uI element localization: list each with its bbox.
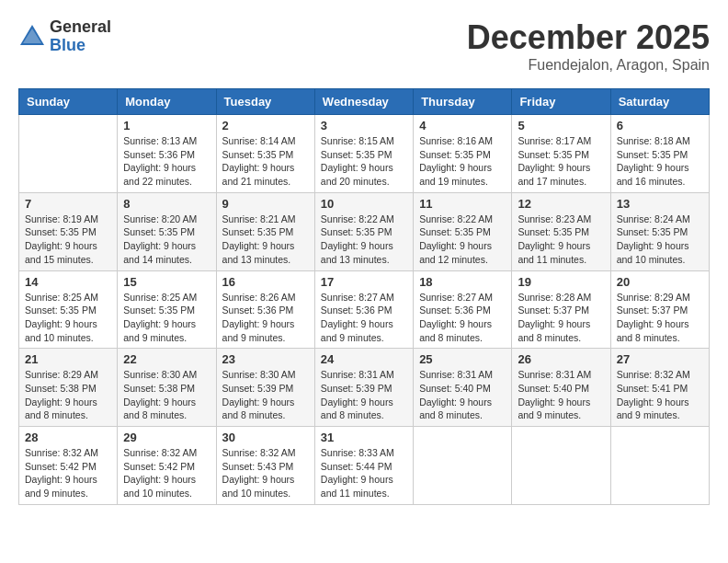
- weekday-header: Monday: [118, 89, 216, 115]
- day-number: 14: [25, 275, 111, 289]
- day-number: 6: [617, 119, 703, 132]
- day-info: Sunrise: 8:27 AM Sunset: 5:36 PM Dayligh…: [321, 291, 407, 345]
- title-block: December 2025 Fuendejalon, Aragon, Spain: [467, 18, 710, 74]
- calendar-cell: 1Sunrise: 8:13 AM Sunset: 5:36 PM Daylig…: [118, 115, 216, 193]
- day-info: Sunrise: 8:27 AM Sunset: 5:36 PM Dayligh…: [419, 291, 506, 345]
- day-number: 18: [419, 275, 506, 289]
- day-info: Sunrise: 8:22 AM Sunset: 5:35 PM Dayligh…: [321, 213, 407, 267]
- day-number: 2: [222, 119, 309, 132]
- day-number: 16: [222, 275, 309, 289]
- calendar-cell: 9Sunrise: 8:21 AM Sunset: 5:35 PM Daylig…: [216, 192, 314, 270]
- day-number: 26: [518, 352, 604, 366]
- calendar-cell: 17Sunrise: 8:27 AM Sunset: 5:36 PM Dayli…: [314, 270, 413, 349]
- day-info: Sunrise: 8:32 AM Sunset: 5:43 PM Dayligh…: [222, 446, 309, 500]
- day-number: 11: [419, 197, 506, 211]
- day-number: 25: [419, 352, 506, 366]
- day-info: Sunrise: 8:21 AM Sunset: 5:35 PM Dayligh…: [222, 213, 309, 267]
- day-number: 20: [617, 275, 703, 289]
- calendar-cell: 19Sunrise: 8:28 AM Sunset: 5:37 PM Dayli…: [512, 270, 610, 349]
- calendar-cell: 7Sunrise: 8:19 AM Sunset: 5:35 PM Daylig…: [19, 192, 118, 270]
- day-info: Sunrise: 8:18 AM Sunset: 5:35 PM Dayligh…: [617, 134, 703, 189]
- day-info: Sunrise: 8:15 AM Sunset: 5:35 PM Dayligh…: [321, 134, 407, 189]
- calendar-cell: 14Sunrise: 8:25 AM Sunset: 5:35 PM Dayli…: [19, 270, 118, 349]
- day-info: Sunrise: 8:24 AM Sunset: 5:35 PM Dayligh…: [617, 213, 703, 267]
- logo-blue: Blue: [50, 37, 111, 55]
- day-info: Sunrise: 8:17 AM Sunset: 5:35 PM Dayligh…: [518, 134, 604, 189]
- day-info: Sunrise: 8:19 AM Sunset: 5:35 PM Dayligh…: [25, 213, 111, 267]
- day-info: Sunrise: 8:28 AM Sunset: 5:37 PM Dayligh…: [518, 291, 604, 345]
- day-number: 3: [321, 119, 407, 132]
- calendar-table: SundayMondayTuesdayWednesdayThursdayFrid…: [18, 88, 710, 505]
- day-number: 23: [222, 352, 309, 366]
- calendar-cell: 18Sunrise: 8:27 AM Sunset: 5:36 PM Dayli…: [414, 270, 512, 349]
- calendar-week-row: 14Sunrise: 8:25 AM Sunset: 5:35 PM Dayli…: [19, 270, 710, 349]
- day-info: Sunrise: 8:14 AM Sunset: 5:35 PM Dayligh…: [222, 134, 309, 189]
- calendar-cell: 28Sunrise: 8:32 AM Sunset: 5:42 PM Dayli…: [19, 427, 118, 505]
- calendar-cell: 6Sunrise: 8:18 AM Sunset: 5:35 PM Daylig…: [610, 115, 709, 193]
- logo-text: General Blue: [50, 18, 111, 55]
- day-number: 19: [518, 275, 604, 289]
- day-info: Sunrise: 8:30 AM Sunset: 5:38 PM Dayligh…: [123, 368, 210, 422]
- calendar-cell: 12Sunrise: 8:23 AM Sunset: 5:35 PM Dayli…: [512, 192, 610, 270]
- calendar-cell: 23Sunrise: 8:30 AM Sunset: 5:39 PM Dayli…: [216, 349, 314, 427]
- calendar-cell: [414, 427, 512, 505]
- day-number: 5: [518, 119, 604, 132]
- day-number: 22: [123, 352, 210, 366]
- day-info: Sunrise: 8:31 AM Sunset: 5:39 PM Dayligh…: [321, 368, 407, 422]
- calendar-cell: 5Sunrise: 8:17 AM Sunset: 5:35 PM Daylig…: [512, 115, 610, 193]
- calendar-cell: 26Sunrise: 8:31 AM Sunset: 5:40 PM Dayli…: [512, 349, 610, 427]
- day-number: 30: [222, 431, 309, 444]
- calendar-cell: 21Sunrise: 8:29 AM Sunset: 5:38 PM Dayli…: [19, 349, 118, 427]
- location: Fuendejalon, Aragon, Spain: [467, 57, 710, 74]
- day-info: Sunrise: 8:31 AM Sunset: 5:40 PM Dayligh…: [419, 368, 506, 422]
- day-number: 29: [123, 431, 210, 444]
- calendar-week-row: 1Sunrise: 8:13 AM Sunset: 5:36 PM Daylig…: [19, 115, 710, 193]
- day-info: Sunrise: 8:26 AM Sunset: 5:36 PM Dayligh…: [222, 291, 309, 345]
- day-number: 10: [321, 197, 407, 211]
- day-info: Sunrise: 8:32 AM Sunset: 5:42 PM Dayligh…: [123, 446, 210, 500]
- logo-general: General: [50, 18, 111, 37]
- day-number: 27: [617, 352, 703, 366]
- day-number: 8: [123, 197, 210, 211]
- day-number: 12: [518, 197, 604, 211]
- calendar-cell: 22Sunrise: 8:30 AM Sunset: 5:38 PM Dayli…: [118, 349, 216, 427]
- day-info: Sunrise: 8:23 AM Sunset: 5:35 PM Dayligh…: [518, 213, 604, 267]
- day-number: 28: [25, 431, 111, 444]
- day-info: Sunrise: 8:32 AM Sunset: 5:41 PM Dayligh…: [617, 368, 703, 422]
- day-number: 17: [321, 275, 407, 289]
- calendar-cell: 31Sunrise: 8:33 AM Sunset: 5:44 PM Dayli…: [314, 427, 413, 505]
- day-info: Sunrise: 8:31 AM Sunset: 5:40 PM Dayligh…: [518, 368, 604, 422]
- day-info: Sunrise: 8:22 AM Sunset: 5:35 PM Dayligh…: [419, 213, 506, 267]
- weekday-header: Friday: [512, 89, 610, 115]
- page-header: General Blue December 2025 Fuendejalon, …: [18, 18, 710, 74]
- day-number: 4: [419, 119, 506, 132]
- month-title: December 2025: [467, 18, 710, 57]
- calendar-cell: 16Sunrise: 8:26 AM Sunset: 5:36 PM Dayli…: [216, 270, 314, 349]
- calendar-cell: [512, 427, 610, 505]
- day-info: Sunrise: 8:30 AM Sunset: 5:39 PM Dayligh…: [222, 368, 309, 422]
- day-number: 21: [25, 352, 111, 366]
- calendar-week-row: 28Sunrise: 8:32 AM Sunset: 5:42 PM Dayli…: [19, 427, 710, 505]
- weekday-header: Tuesday: [216, 89, 314, 115]
- day-number: 24: [321, 352, 407, 366]
- calendar-cell: 30Sunrise: 8:32 AM Sunset: 5:43 PM Dayli…: [216, 427, 314, 505]
- day-number: 1: [123, 119, 210, 132]
- logo: General Blue: [18, 18, 111, 55]
- weekday-header: Thursday: [414, 89, 512, 115]
- calendar-cell: 13Sunrise: 8:24 AM Sunset: 5:35 PM Dayli…: [610, 192, 709, 270]
- day-info: Sunrise: 8:13 AM Sunset: 5:36 PM Dayligh…: [123, 134, 210, 189]
- day-info: Sunrise: 8:25 AM Sunset: 5:35 PM Dayligh…: [25, 291, 111, 345]
- calendar-week-row: 21Sunrise: 8:29 AM Sunset: 5:38 PM Dayli…: [19, 349, 710, 427]
- calendar-cell: 4Sunrise: 8:16 AM Sunset: 5:35 PM Daylig…: [414, 115, 512, 193]
- day-info: Sunrise: 8:20 AM Sunset: 5:35 PM Dayligh…: [123, 213, 210, 267]
- calendar-cell: 27Sunrise: 8:32 AM Sunset: 5:41 PM Dayli…: [610, 349, 709, 427]
- day-number: 7: [25, 197, 111, 211]
- day-info: Sunrise: 8:25 AM Sunset: 5:35 PM Dayligh…: [123, 291, 210, 345]
- calendar-week-row: 7Sunrise: 8:19 AM Sunset: 5:35 PM Daylig…: [19, 192, 710, 270]
- day-number: 9: [222, 197, 309, 211]
- calendar-cell: 11Sunrise: 8:22 AM Sunset: 5:35 PM Dayli…: [414, 192, 512, 270]
- day-info: Sunrise: 8:29 AM Sunset: 5:37 PM Dayligh…: [617, 291, 703, 345]
- day-info: Sunrise: 8:33 AM Sunset: 5:44 PM Dayligh…: [321, 446, 407, 500]
- calendar-cell: 2Sunrise: 8:14 AM Sunset: 5:35 PM Daylig…: [216, 115, 314, 193]
- day-info: Sunrise: 8:16 AM Sunset: 5:35 PM Dayligh…: [419, 134, 506, 189]
